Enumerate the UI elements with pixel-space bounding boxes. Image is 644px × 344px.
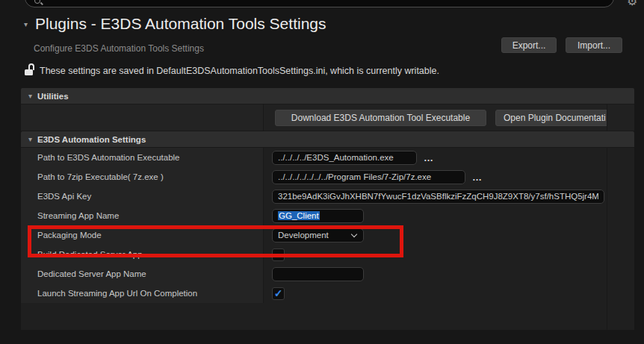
title-collapse-arrow-icon[interactable]: ▾ xyxy=(24,20,28,28)
api-key-input[interactable] xyxy=(272,190,604,204)
server-app-name-input[interactable] xyxy=(272,267,364,281)
page-subtitle: Configure E3DS Automation Tools Settings xyxy=(34,43,204,54)
collapse-arrow-icon[interactable]: ▾ xyxy=(28,135,32,143)
section-header-utilities[interactable]: ▾ Utilities xyxy=(21,88,634,104)
collapse-arrow-icon[interactable]: ▾ xyxy=(28,92,32,100)
unlock-icon xyxy=(25,63,35,76)
ini-writable-notice: These settings are saved in DefaultE3DSA… xyxy=(40,66,439,76)
utilities-button-row: Download E3DS Automation Tool Executable… xyxy=(21,104,634,131)
row-label: Build Dedicated Server App xyxy=(21,245,263,264)
section-label: Utilities xyxy=(37,92,69,101)
browse-ellipsis-button[interactable]: … xyxy=(472,172,483,183)
import-button[interactable]: Import... xyxy=(566,37,622,53)
automation-exe-input[interactable] xyxy=(272,151,417,165)
row-label: Packaging Mode xyxy=(21,225,263,245)
export-button[interactable]: Export... xyxy=(501,37,557,53)
search-icon-handle xyxy=(40,2,43,5)
row-label: Launch Streaming App Url On Completion xyxy=(21,284,263,303)
build-server-checkbox[interactable] xyxy=(272,248,285,261)
settings-panel: ▾ Utilities Download E3DS Automation Too… xyxy=(21,88,634,330)
row-streaming-app-name: Streaming App Name GG_Client xyxy=(21,206,634,225)
row-automation-exe: Path to E3DS Automation Executable … xyxy=(21,148,634,167)
row-launch-streaming-url: Launch Streaming App Url On Completion ✓ xyxy=(21,284,634,303)
row-label: Path to 7zip Executable( 7z.exe ) xyxy=(21,167,263,187)
browse-ellipsis-button[interactable]: … xyxy=(424,152,434,163)
section-label: E3DS Automation Settings xyxy=(37,135,146,144)
search-input[interactable] xyxy=(25,0,614,7)
section-header-e3ds-settings[interactable]: ▾ E3DS Automation Settings xyxy=(21,131,634,148)
dropdown-selected-value: Development xyxy=(278,231,352,240)
row-label: Path to E3DS Automation Executable xyxy=(21,148,263,167)
row-label: Dedicated Server App Name xyxy=(21,264,263,284)
row-label: Streaming App Name xyxy=(21,206,263,225)
download-executable-button[interactable]: Download E3DS Automation Tool Executable xyxy=(275,110,486,126)
panel-empty-area xyxy=(21,303,634,330)
plugin-settings-page: { "topbar": { "gear_icon_glyph": "⚙" }, … xyxy=(0,0,644,344)
row-packaging-mode: Packaging Mode Development xyxy=(21,225,634,245)
row-build-dedicated-server: Build Dedicated Server App xyxy=(21,245,634,264)
utilities-empty-label xyxy=(21,104,263,131)
row-7zip-exe: Path to 7zip Executable( 7z.exe ) … xyxy=(21,167,634,187)
page-title: Plugins - E3DS Automation Tools Settings xyxy=(35,15,326,33)
row-dedicated-server-name: Dedicated Server App Name xyxy=(21,264,634,284)
search-icon xyxy=(34,0,40,4)
launch-url-checkbox[interactable]: ✓ xyxy=(272,287,285,300)
chevron-down-icon xyxy=(351,231,357,237)
selected-text: GG_Client xyxy=(278,211,320,220)
row-api-key: E3DS Api Key xyxy=(21,187,634,206)
open-plugin-docs-button[interactable]: Open Plugin Documentati xyxy=(495,110,607,126)
row-label: E3DS Api Key xyxy=(21,187,263,206)
gear-icon[interactable]: ⚙ xyxy=(627,0,637,8)
streaming-app-name-input[interactable]: GG_Client xyxy=(272,209,364,223)
packaging-mode-dropdown[interactable]: Development xyxy=(272,228,364,243)
checkmark-icon: ✓ xyxy=(274,288,283,298)
zip-exe-input[interactable] xyxy=(272,170,465,184)
